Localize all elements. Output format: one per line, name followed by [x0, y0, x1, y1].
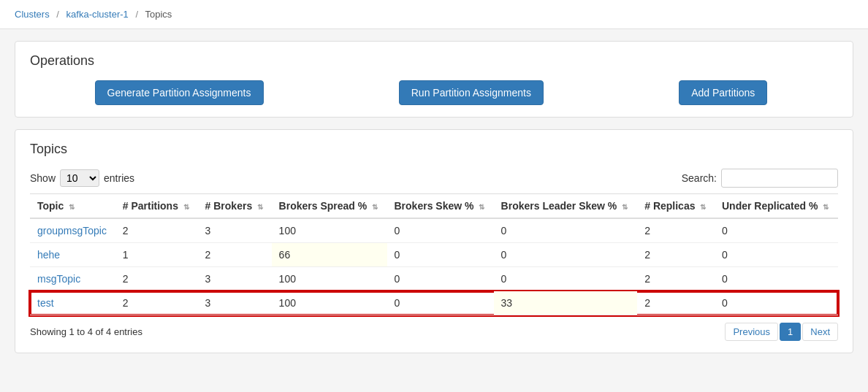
breadcrumb-cluster-link[interactable]: kafka-cluster-1	[66, 9, 129, 20]
breadcrumb: Clusters / kafka-cluster-1 / Topics	[0, 0, 868, 29]
main-content: Operations Generate Partition Assignment…	[0, 29, 868, 377]
col-leader-skew-label: Brokers Leader Skew %	[501, 200, 617, 212]
cell-leader-skew-3: 33	[494, 291, 638, 315]
search-control: Search:	[682, 169, 838, 188]
operations-buttons-group: Generate Partition Assignments Run Parti…	[30, 80, 838, 105]
search-input[interactable]	[721, 169, 838, 188]
table-row: hehe12660020	[30, 243, 838, 267]
col-spread[interactable]: Brokers Spread % ⇅	[272, 194, 387, 219]
sort-icon-under-replicated: ⇅	[823, 203, 829, 211]
col-partitions-label: # Partitions	[123, 200, 178, 212]
cell-partitions-1: 1	[115, 243, 198, 267]
entries-per-page-select[interactable]: 10 25 50 100	[60, 169, 99, 187]
cell-under-replicated-0: 0	[715, 218, 838, 243]
cell-topic-1: hehe	[30, 243, 115, 267]
next-page-button[interactable]: Next	[802, 323, 838, 341]
col-under-replicated[interactable]: Under Replicated % ⇅	[715, 194, 838, 219]
col-spread-label: Brokers Spread %	[279, 200, 368, 212]
pagination: Previous 1 Next	[725, 323, 838, 341]
cell-brokers-3: 3	[198, 291, 272, 315]
topic-link-1[interactable]: hehe	[37, 249, 60, 261]
sort-icon-partitions: ⇅	[183, 203, 189, 211]
cell-replicas-2: 2	[637, 267, 715, 291]
cell-under-replicated-1: 0	[715, 243, 838, 267]
topic-link-2[interactable]: msgTopic	[37, 273, 80, 285]
generate-partition-assignments-button[interactable]: Generate Partition Assignments	[95, 80, 264, 105]
col-brokers-label: # Brokers	[205, 200, 253, 212]
col-skew[interactable]: Brokers Skew % ⇅	[387, 194, 494, 219]
cell-brokers-1: 2	[198, 243, 272, 267]
cell-leader-skew-0: 0	[494, 218, 638, 243]
cell-topic-0: groupmsgTopic	[30, 218, 115, 243]
prev-page-button[interactable]: Previous	[725, 323, 778, 341]
cell-topic-2: msgTopic	[30, 267, 115, 291]
search-label: Search:	[682, 172, 717, 184]
table-bottom-controls: Showing 1 to 4 of 4 entries Previous 1 N…	[30, 323, 838, 341]
col-topic-label: Topic	[37, 200, 64, 212]
col-skew-label: Brokers Skew %	[395, 200, 474, 212]
col-replicas[interactable]: # Replicas ⇅	[637, 194, 715, 219]
table-header-row: Topic ⇅ # Partitions ⇅ # Brokers ⇅ Broke…	[30, 194, 838, 219]
cell-replicas-3: 2	[637, 291, 715, 315]
topics-table: Topic ⇅ # Partitions ⇅ # Brokers ⇅ Broke…	[30, 193, 838, 315]
col-partitions[interactable]: # Partitions ⇅	[115, 194, 198, 219]
operations-card: Operations Generate Partition Assignment…	[15, 41, 853, 118]
sort-icon-brokers: ⇅	[257, 203, 263, 211]
table-body: groupmsgTopic231000020hehe12660020msgTop…	[30, 218, 838, 315]
table-top-controls: Show 10 25 50 100 entries Search:	[30, 169, 838, 188]
sort-icon-topic: ⇅	[69, 203, 75, 211]
table-row: test2310003320	[30, 291, 838, 315]
cell-skew-0: 0	[387, 218, 494, 243]
entries-label: entries	[104, 172, 134, 184]
table-row: msgTopic231000020	[30, 267, 838, 291]
cell-spread-0: 100	[272, 218, 387, 243]
cell-spread-1: 66	[272, 243, 387, 267]
cell-skew-3: 0	[387, 291, 494, 315]
cell-spread-3: 100	[272, 291, 387, 315]
sort-icon-spread: ⇅	[372, 203, 378, 211]
col-brokers[interactable]: # Brokers ⇅	[198, 194, 272, 219]
breadcrumb-sep-2: /	[135, 9, 138, 20]
topics-card: Topics Show 10 25 50 100 entries Search:	[15, 129, 853, 353]
add-partitions-button[interactable]: Add Partitions	[679, 80, 767, 105]
cell-partitions-3: 2	[115, 291, 198, 315]
run-partition-assignments-button[interactable]: Run Partition Assignments	[399, 80, 544, 105]
sort-icon-replicas: ⇅	[700, 203, 706, 211]
show-entries-control: Show 10 25 50 100 entries	[30, 169, 134, 187]
topic-link-0[interactable]: groupmsgTopic	[37, 225, 107, 237]
topics-title: Topics	[30, 142, 838, 157]
sort-icon-skew: ⇅	[479, 203, 484, 211]
breadcrumb-sep-1: /	[56, 9, 59, 20]
col-topic[interactable]: Topic ⇅	[30, 194, 115, 219]
cell-partitions-0: 2	[115, 218, 198, 243]
operations-title: Operations	[30, 53, 838, 69]
cell-brokers-0: 3	[198, 218, 272, 243]
cell-under-replicated-3: 0	[715, 291, 838, 315]
table-row: groupmsgTopic231000020	[30, 218, 838, 243]
breadcrumb-clusters-link[interactable]: Clusters	[15, 9, 50, 20]
cell-skew-2: 0	[387, 267, 494, 291]
cell-replicas-0: 2	[637, 218, 715, 243]
breadcrumb-current: Topics	[145, 9, 172, 20]
cell-brokers-2: 3	[198, 267, 272, 291]
cell-topic-3: test	[30, 291, 115, 315]
table-footer-text: Showing 1 to 4 of 4 entries	[30, 326, 142, 337]
cell-under-replicated-2: 0	[715, 267, 838, 291]
sort-icon-leader-skew: ⇅	[622, 203, 628, 211]
cell-partitions-2: 2	[115, 267, 198, 291]
cell-spread-2: 100	[272, 267, 387, 291]
cell-leader-skew-1: 0	[494, 243, 638, 267]
show-label: Show	[30, 172, 56, 184]
col-leader-skew[interactable]: Brokers Leader Skew % ⇅	[494, 194, 638, 219]
topic-link-3[interactable]: test	[37, 297, 54, 309]
cell-leader-skew-2: 0	[494, 267, 638, 291]
col-under-replicated-label: Under Replicated %	[722, 200, 818, 212]
page-1-button[interactable]: 1	[780, 323, 801, 341]
cell-skew-1: 0	[387, 243, 494, 267]
cell-replicas-1: 2	[637, 243, 715, 267]
table-head: Topic ⇅ # Partitions ⇅ # Brokers ⇅ Broke…	[30, 194, 838, 219]
col-replicas-label: # Replicas	[644, 200, 695, 212]
